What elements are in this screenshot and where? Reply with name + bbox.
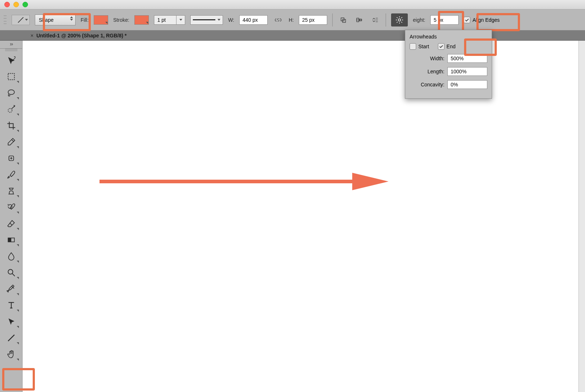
eyedropper-tool-icon — [7, 137, 16, 147]
height-input[interactable] — [299, 15, 327, 25]
stroke-weight-field[interactable]: 1 pt — [154, 15, 185, 25]
clone-stamp-tool[interactable] — [3, 183, 20, 199]
arrowheads-start-checkbox[interactable]: Start — [410, 43, 429, 50]
stroke-label: Stroke: — [113, 17, 129, 23]
document-tab-title: Untitled-1 @ 200% (Shape 1, RGB/8) * — [36, 33, 127, 38]
arrowheads-width-input[interactable] — [447, 54, 487, 63]
eyedropper-tool[interactable] — [3, 134, 20, 150]
window-titlebar — [0, 0, 585, 9]
options-bar-grip[interactable] — [4, 15, 7, 25]
hand-tool-icon — [7, 350, 16, 359]
canvas[interactable] — [23, 41, 585, 392]
vertical-scrollbar[interactable] — [578, 41, 585, 392]
geometry-options-button[interactable] — [391, 13, 408, 26]
gradient-tool-icon — [7, 235, 16, 245]
line-icon — [17, 16, 25, 24]
path-selection-tool[interactable] — [3, 314, 20, 329]
arrowheads-concavity-label: Concavity: — [421, 82, 444, 87]
shape-mode-dropdown[interactable]: Shape — [35, 15, 76, 25]
tools-panel — [0, 41, 23, 392]
brush-tool[interactable] — [3, 167, 20, 182]
arrowheads-start-label: Start — [418, 44, 429, 49]
pen-tool-icon — [7, 284, 16, 294]
path-align-icon[interactable] — [354, 15, 365, 25]
arrowheads-length-label: Length: — [427, 69, 444, 74]
arrowheads-end-checkbox[interactable]: End — [438, 43, 456, 50]
stroke-color-swatch[interactable] — [134, 15, 149, 25]
weight-label: eight: — [413, 17, 425, 23]
brush-tool-icon — [7, 170, 16, 179]
arrowheads-end-label: End — [447, 44, 456, 49]
width-input[interactable] — [239, 15, 268, 25]
shape-mode-label: Shape — [39, 17, 53, 23]
arrowheads-length-input[interactable] — [447, 67, 487, 76]
crop-tool[interactable] — [3, 118, 20, 133]
dodge-tool-icon — [7, 268, 16, 277]
checkmark-icon — [464, 17, 470, 23]
weight-input[interactable] — [430, 15, 459, 25]
type-tool[interactable] — [3, 298, 20, 313]
checkmark-icon — [439, 44, 444, 49]
align-edges-checkbox[interactable]: Align Edges — [464, 17, 500, 23]
align-edges-label: Align Edges — [472, 17, 500, 23]
toolbar-grip[interactable] — [5, 49, 17, 52]
separator — [332, 13, 333, 26]
arrowheads-concavity-input[interactable] — [447, 80, 487, 89]
line-tool[interactable] — [3, 330, 20, 346]
svg-rect-19 — [8, 238, 11, 242]
blur-tool[interactable] — [3, 249, 20, 264]
gear-icon — [395, 16, 404, 24]
document-tab[interactable]: × Untitled-1 @ 200% (Shape 1, RGB/8) * — [26, 30, 131, 40]
healing-brush-tool-icon — [7, 154, 16, 163]
rectangular-marquee-tool-icon — [7, 72, 16, 81]
stroke-style-dropdown[interactable] — [190, 15, 223, 25]
height-label: H: — [289, 17, 294, 23]
svg-marker-23 — [352, 173, 389, 190]
history-brush-tool[interactable] — [3, 200, 20, 215]
lasso-tool-icon — [7, 88, 16, 98]
active-tool-indicator[interactable] — [12, 15, 30, 25]
line-tool-icon — [7, 333, 16, 343]
pen-tool[interactable] — [3, 281, 20, 297]
blur-tool-icon — [7, 252, 16, 261]
arrowheads-width-label: Width: — [430, 56, 444, 61]
width-label: W: — [228, 17, 234, 23]
toolbar-expand-handle[interactable] — [0, 41, 22, 49]
gradient-tool[interactable] — [3, 232, 20, 248]
fill-color-swatch[interactable] — [94, 15, 108, 25]
link-wh-icon[interactable] — [273, 15, 284, 25]
svg-point-6 — [398, 19, 401, 21]
maximize-window-button[interactable] — [23, 2, 28, 7]
svg-line-14 — [401, 17, 402, 18]
close-window-button[interactable] — [4, 2, 10, 7]
arrow-shape-on-canvas[interactable] — [98, 171, 396, 192]
document-tab-strip: × Untitled-1 @ 200% (Shape 1, RGB/8) * — [0, 30, 585, 41]
path-selection-tool-icon — [7, 317, 16, 326]
dodge-tool[interactable] — [3, 265, 20, 280]
svg-line-0 — [18, 17, 24, 23]
svg-line-11 — [397, 17, 398, 18]
quick-selection-tool[interactable] — [3, 102, 20, 117]
healing-brush-tool[interactable] — [3, 151, 20, 166]
type-tool-icon — [7, 301, 16, 310]
move-tool-icon — [7, 56, 16, 65]
lasso-tool[interactable] — [3, 85, 20, 101]
arrowheads-panel: Arrowheads Start End Width: Length: Conc… — [405, 30, 492, 99]
path-arrange-icon[interactable] — [370, 15, 381, 25]
stroke-weight-value: 1 pt — [154, 17, 176, 23]
quick-selection-tool-icon — [7, 105, 16, 114]
svg-line-12 — [401, 22, 402, 23]
fill-label: Fill: — [81, 17, 89, 23]
rectangular-marquee-tool[interactable] — [3, 69, 20, 84]
move-tool[interactable] — [3, 53, 20, 68]
minimize-window-button[interactable] — [13, 2, 19, 7]
path-op-combine-icon[interactable] — [338, 15, 349, 25]
eraser-tool[interactable] — [3, 216, 20, 231]
history-brush-tool-icon — [7, 203, 16, 212]
eraser-tool-icon — [7, 219, 16, 228]
svg-line-13 — [397, 22, 398, 23]
close-tab-icon[interactable]: × — [31, 33, 33, 38]
separator — [386, 13, 386, 26]
arrowheads-title: Arrowheads — [410, 34, 487, 40]
hand-tool[interactable] — [3, 347, 20, 362]
